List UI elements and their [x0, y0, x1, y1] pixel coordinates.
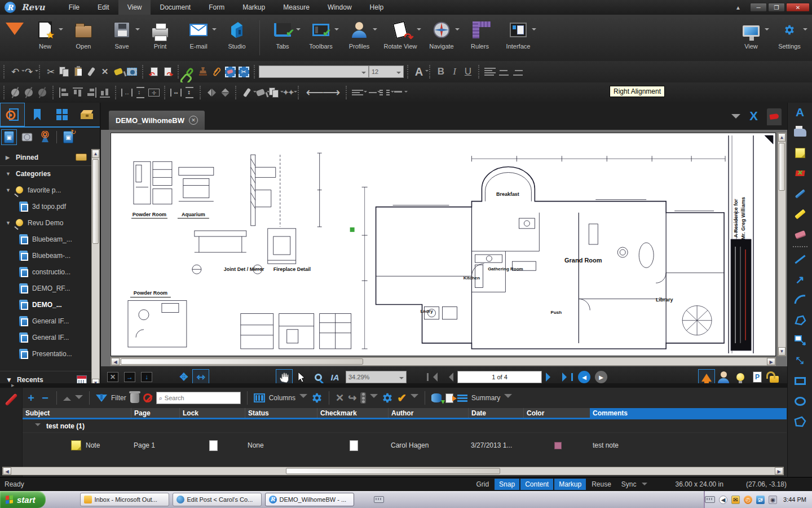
start-button[interactable]: start — [0, 491, 46, 508]
tree-item-presentation[interactable]: Presentatio... — [0, 345, 91, 362]
author-button[interactable] — [715, 369, 732, 385]
col-author[interactable]: Author — [388, 408, 468, 418]
lock-checkbox[interactable] — [209, 440, 218, 451]
view-tool[interactable]: View — [732, 18, 770, 50]
hatch-pattern-icon[interactable]: ✦✦ — [281, 86, 294, 99]
rulers-tool[interactable]: Rulers — [461, 18, 499, 50]
zoom-tool-button[interactable] — [310, 369, 326, 385]
security-button[interactable] — [766, 369, 783, 385]
status-icon[interactable] — [360, 392, 366, 404]
status-dropdown-icon[interactable] — [370, 394, 378, 402]
scroll-left-icon[interactable]: ◀ — [3, 467, 11, 475]
col-date[interactable]: Date — [468, 408, 523, 418]
scroll-right-icon[interactable]: ▶ — [767, 358, 775, 365]
snapshot-icon[interactable] — [125, 65, 139, 78]
move-up-icon[interactable] — [63, 393, 71, 401]
import-markups-icon[interactable] — [431, 393, 442, 402]
attachment-icon[interactable] — [210, 65, 223, 78]
previous-page-button[interactable] — [440, 369, 457, 385]
tabs-tool[interactable]: ✔ Tabs — [263, 18, 302, 50]
last-page-button[interactable] — [559, 369, 576, 385]
canvas-horizontal-scrollbar[interactable]: ◀ ▶ — [111, 357, 776, 366]
typewriter-tool-icon[interactable] — [793, 126, 807, 139]
collapse-ribbon-icon[interactable]: ▲ — [735, 5, 741, 11]
open-tool[interactable]: Open — [64, 18, 103, 50]
leader-arrow-icon[interactable] — [364, 86, 378, 99]
split-vertical-button[interactable]: → — [121, 369, 138, 385]
reply-icon[interactable]: ↪ — [348, 392, 356, 404]
first-page-button[interactable] — [423, 369, 440, 385]
navigate-tool[interactable]: Navigate — [422, 18, 461, 50]
col-comments[interactable]: Comments — [590, 408, 787, 418]
tree-item-bluebeam1[interactable]: Bluebeam_... — [0, 231, 91, 247]
cut-icon[interactable]: ✂ — [44, 65, 58, 78]
add-markup-icon[interactable]: + — [26, 392, 36, 405]
subtab-local-files[interactable]: ▣ — [1, 129, 17, 145]
flip-horizontal-icon[interactable] — [205, 86, 218, 99]
toggle-markup[interactable]: Markup — [554, 479, 586, 490]
drawing-canvas[interactable]: Powder Room Aquarium Joint Det / Mirror … — [101, 130, 787, 366]
pen-tool-icon[interactable] — [793, 187, 807, 200]
task-revu[interactable]: RDEMO_WilhomeBW - ... — [265, 493, 354, 506]
checkmark-dropdown-icon[interactable] — [411, 394, 418, 402]
fill-color-icon[interactable] — [254, 86, 267, 99]
col-subject[interactable]: Subject — [23, 408, 131, 418]
bold-button[interactable]: B — [434, 66, 448, 77]
toolbars-tool[interactable]: ✔ Toolbars — [302, 18, 340, 50]
remove-vertex-icon[interactable] — [22, 86, 36, 99]
move-down-icon[interactable] — [75, 395, 83, 403]
subtab-recent-files[interactable]: ▣↻ — [60, 129, 76, 145]
search-input[interactable] — [165, 395, 238, 401]
distribute-horizontal-icon[interactable]: ↔ — [120, 86, 134, 99]
search-box[interactable]: ⌕ — [156, 392, 241, 404]
menu-edit[interactable]: Edit — [89, 0, 118, 15]
layers-style-icon[interactable] — [267, 86, 281, 99]
pan-tool-button[interactable] — [276, 369, 293, 385]
font-size-select[interactable]: 12 — [369, 65, 404, 78]
tree-item-general-if2[interactable]: General IF... — [0, 329, 91, 345]
summary-icon[interactable] — [457, 395, 467, 402]
line-weight-icon[interactable] — [391, 86, 405, 99]
menu-file[interactable]: File — [60, 0, 89, 15]
hint-button[interactable] — [732, 369, 749, 385]
markup-mode-tab[interactable] — [767, 108, 782, 125]
arrow-tool-icon[interactable]: ↗ — [793, 273, 807, 286]
markup-horizontal-scrollbar[interactable]: ◀ ▶ — [2, 467, 784, 475]
tree-item-construction[interactable]: constructio... — [0, 264, 91, 280]
settings-tool[interactable]: Settings — [770, 18, 809, 50]
next-page-button[interactable] — [542, 369, 559, 385]
subtab-network[interactable] — [37, 129, 53, 145]
tree-item-pinned[interactable]: ▶Pinned — [0, 149, 91, 165]
menu-view[interactable]: View — [118, 0, 151, 15]
page-indicator[interactable]: 1 of 4 — [457, 371, 542, 383]
center-in-page-icon[interactable]: ✛ — [147, 86, 161, 99]
filter-icon[interactable] — [96, 395, 107, 402]
scroll-down-icon[interactable]: ▼ — [778, 347, 785, 356]
paste-icon[interactable] — [71, 65, 85, 78]
save-tool[interactable]: Save — [103, 18, 141, 50]
tab-thumbnails[interactable] — [50, 103, 74, 126]
task-browser[interactable]: Edit Post < Carol's Co... — [173, 493, 262, 506]
format-painter-icon[interactable] — [85, 65, 98, 78]
clear-status-icon[interactable]: ✕ — [336, 392, 344, 404]
document-tab[interactable]: DEMO_WilhomeBW ✕ — [109, 111, 205, 130]
markup-group-row[interactable]: test note (1) — [23, 419, 787, 433]
fit-width-button[interactable]: ⇿ — [192, 369, 209, 385]
canvas-vertical-scrollbar[interactable]: ▲ ▼ — [778, 133, 786, 356]
fit-page-button[interactable]: ✥ — [175, 369, 192, 385]
delete-icon[interactable]: ✕ — [98, 65, 112, 78]
profiles-tool[interactable]: Profiles — [340, 18, 378, 50]
color-swatch[interactable] — [554, 442, 562, 449]
tree-item-favorite[interactable]: ▼favorite p... — [0, 182, 91, 198]
checkmark-checkbox[interactable] — [350, 440, 358, 451]
tree-item-demo-rf[interactable]: DEMO_RF... — [0, 280, 91, 296]
align-edges-bottom-icon[interactable] — [98, 86, 112, 99]
flip-vertical-icon[interactable] — [218, 86, 232, 99]
pdf-page[interactable]: Powder Room Aquarium Joint Det / Mirror … — [111, 133, 776, 356]
zoom-level-select[interactable]: 34.29% — [346, 371, 407, 383]
menu-markup[interactable]: Markup — [233, 0, 274, 15]
polygon-tool-icon[interactable] — [793, 415, 807, 428]
space-horizontal-icon[interactable]: ▪▪ — [169, 86, 183, 99]
split-horizontal-button[interactable]: ↓ — [138, 369, 155, 385]
undo-button[interactable]: ↶ — [8, 65, 22, 78]
